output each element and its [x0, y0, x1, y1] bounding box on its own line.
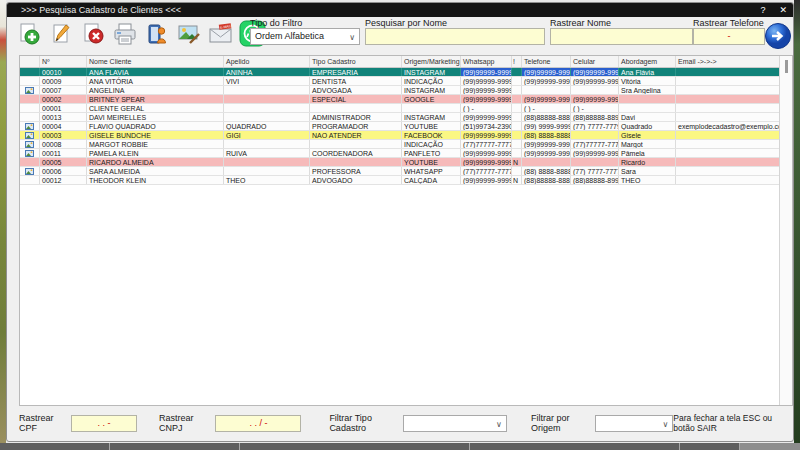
- grid-header-row[interactable]: NºNome ClienteApelidoTipo CadastroOrigem…: [20, 56, 779, 68]
- cell-apelido: ANINHA: [224, 68, 310, 76]
- taskbar[interactable]: [0, 443, 800, 450]
- cell-whatsapp: (99)99999-9999: [461, 158, 512, 166]
- delete-record-button[interactable]: [79, 20, 106, 47]
- cell-nome-cliente: CLIENTE GERAL: [87, 104, 224, 112]
- table-row[interactable]: 00012 THEODOR KLEIN THEO ADVOGADO CALÇAD…: [20, 176, 779, 185]
- cell-tipo-cadastro: EMPRESARIA: [310, 68, 402, 76]
- table-row[interactable]: 00004 FLAVIO QUADRADO QUADRADO PROGRAMAD…: [20, 122, 779, 131]
- filter-type-dropdown[interactable]: Ordem Alfabetica ∨: [250, 28, 360, 45]
- column-header[interactable]: Whatsapp: [461, 56, 512, 67]
- track-phone-label: Rastrear Telefone: [693, 18, 765, 28]
- cell-celular: [571, 131, 619, 139]
- cell-telefone: (99)99999-9999: [522, 149, 571, 157]
- track-name-input[interactable]: [550, 28, 693, 45]
- cell-celular: (88)88888-8899: [571, 113, 619, 121]
- filter-origem-dropdown[interactable]: ∨: [595, 415, 673, 432]
- cell-numero: 00006: [40, 167, 87, 175]
- track-phone-input[interactable]: -: [693, 28, 765, 45]
- cell-celular: ( ) -: [571, 104, 619, 112]
- taskbar-segment[interactable]: [240, 443, 470, 450]
- column-header[interactable]: Nome Cliente: [87, 56, 224, 67]
- cell-email: [676, 86, 779, 94]
- email-icon: E-MAIL: [207, 22, 235, 46]
- column-header[interactable]: Telefone: [522, 56, 571, 67]
- column-header[interactable]: Apelido: [224, 56, 310, 67]
- cell-numero: 00004: [40, 122, 87, 130]
- add-record-button[interactable]: [15, 20, 42, 47]
- column-header[interactable]: !: [512, 56, 522, 67]
- cell-flag: N: [512, 176, 522, 184]
- track-cpf-input[interactable]: . . -: [71, 415, 137, 432]
- table-row[interactable]: 00003 GISELE BUNDCHE GIGI NAO ATENDER FA…: [20, 131, 779, 140]
- table-row[interactable]: 00009 ANA VITÓRIA VIVI DENTISTA INDICAÇÃ…: [20, 77, 779, 86]
- email-button[interactable]: E-MAIL: [207, 20, 234, 47]
- cell-telefone: (99) 9999-9999: [522, 122, 571, 130]
- taskbar-segment[interactable]: [470, 443, 680, 450]
- add-record-icon: [17, 22, 41, 46]
- print-button[interactable]: [111, 20, 138, 47]
- cell-telefone: (99)99999-9999: [522, 95, 571, 103]
- filter-type-label: Tipo do Filtro: [250, 18, 360, 28]
- track-name-label: Rastrear Nome: [550, 18, 693, 28]
- track-cnpj-input[interactable]: . . / -: [215, 415, 301, 432]
- cell-abordagem: Sra Angelina: [619, 86, 676, 94]
- cell-celular: (99)99999-9999: [571, 149, 619, 157]
- table-row[interactable]: 00006 SARA ALMEIDA PROFESSORA WHATSAPP (…: [20, 167, 779, 176]
- column-header[interactable]: Email ->->->: [676, 56, 779, 67]
- taskbar-segment[interactable]: [680, 443, 740, 450]
- filter-tipo-dropdown[interactable]: ∨: [403, 415, 507, 432]
- table-row[interactable]: 00005 RICARDO ALMEIDA YOUTUBE (99)99999-…: [20, 158, 779, 167]
- cell-nome-cliente: PAMELA KLEIN: [87, 149, 224, 157]
- contacts-export-button[interactable]: [143, 20, 170, 47]
- cell-origem-marketing: INSTAGRAM: [402, 113, 461, 121]
- cell-apelido: [224, 104, 310, 112]
- cell-telefone: (99)99999-9999: [522, 140, 571, 148]
- table-row[interactable]: 00001 CLIENTE GERAL ( ) - ( ) - ( ) -: [20, 104, 779, 113]
- scrollbar-thumb[interactable]: [785, 60, 788, 73]
- taskbar-segment[interactable]: [0, 443, 110, 450]
- cell-whatsapp: ( ) -: [461, 104, 512, 112]
- column-header[interactable]: Tipo Cadastro: [310, 56, 402, 67]
- cell-celular: [571, 158, 619, 166]
- titlebar[interactable]: >>> Pesquisa Cadastro de Clientes <<< ? …: [7, 3, 793, 17]
- cnpj-mask: . . / -: [249, 418, 267, 428]
- photo-button[interactable]: [175, 20, 202, 47]
- cell-celular: (99)99999-9999: [571, 77, 619, 85]
- cell-origem-marketing: INSTAGRAM: [402, 68, 461, 76]
- clients-grid: NºNome ClienteApelidoTipo CadastroOrigem…: [19, 55, 793, 406]
- photo-icon: [176, 22, 202, 46]
- table-row[interactable]: 00011 PAMELA KLEIN RUIVA COORDENADORA PA…: [20, 149, 779, 158]
- go-button[interactable]: [764, 22, 792, 50]
- table-row[interactable]: 00010 ANA FLAVIA ANINHA EMPRESARIA INSTA…: [20, 68, 779, 77]
- cell-whatsapp: (99)99999-9999: [461, 68, 512, 76]
- photo-indicator-icon: [20, 104, 40, 112]
- app-window: >>> Pesquisa Cadastro de Clientes <<< ? …: [6, 2, 794, 442]
- column-header[interactable]: Celular: [571, 56, 619, 67]
- table-row[interactable]: 00008 MARGOT ROBBIE INDICAÇÃO (77)77777-…: [20, 140, 779, 149]
- taskbar-segment[interactable]: [110, 443, 240, 450]
- photo-indicator-icon: [20, 95, 40, 103]
- cell-tipo-cadastro: PROFESSORA: [310, 167, 402, 175]
- cell-whatsapp: (99)99999-9999: [461, 149, 512, 157]
- table-row[interactable]: 00007 ANGELINA ADVOGADA INSTAGRAM (99)99…: [20, 86, 779, 95]
- cell-abordagem: [619, 95, 676, 103]
- cell-numero: 00013: [40, 113, 87, 121]
- cell-abordagem: THEO: [619, 176, 676, 184]
- vertical-scrollbar[interactable]: [779, 56, 792, 405]
- column-header[interactable]: Abordagem: [619, 56, 676, 67]
- photo-indicator-icon: [20, 86, 40, 94]
- photo-indicator-icon: [20, 158, 40, 166]
- column-header[interactable]: Nº: [40, 56, 87, 67]
- cell-telefone: ( ) -: [522, 104, 571, 112]
- close-button[interactable]: ✕: [779, 3, 787, 17]
- column-header[interactable]: Origem/Marketing: [402, 56, 461, 67]
- cell-nome-cliente: ANA FLAVIA: [87, 68, 224, 76]
- cell-email: [676, 167, 779, 175]
- cell-abordagem: Margot: [619, 140, 676, 148]
- cell-origem-marketing: WHATSAPP: [402, 167, 461, 175]
- search-name-input[interactable]: [365, 28, 545, 45]
- help-button[interactable]: ?: [760, 3, 765, 17]
- edit-record-button[interactable]: [47, 20, 74, 47]
- table-row[interactable]: 00013 DAVI MEIRELLES ADMINISTRADOR INSTA…: [20, 113, 779, 122]
- table-row[interactable]: 00002 BRITNEY SPEAR ESPECIAL GOOGLE (99)…: [20, 95, 779, 104]
